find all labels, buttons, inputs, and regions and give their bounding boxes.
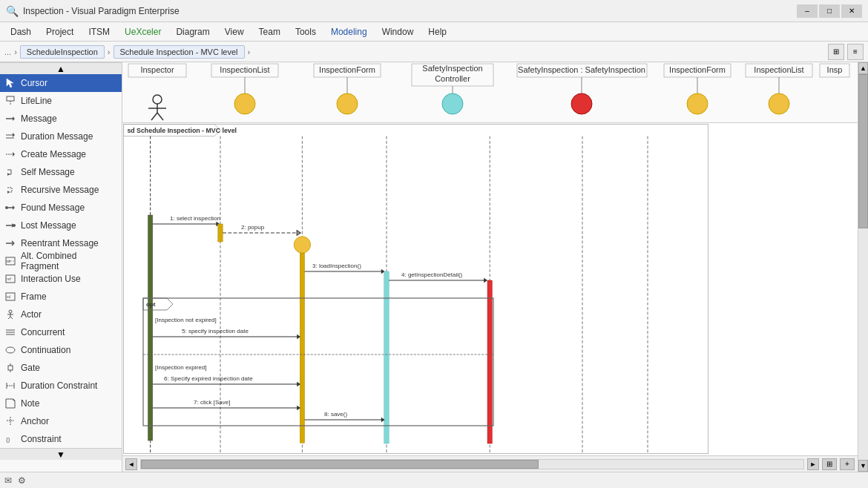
lifeline-header: Inspector InspectionList InspectionForm … [122,62,858,123]
horizontal-scrollbar-track[interactable] [140,459,804,469]
found-message-icon [4,202,16,214]
breadcrumb-item-2[interactable]: Schedule Inspection - MVC level [114,45,245,59]
svg-text:sd: sd [7,294,11,299]
svg-line-67 [157,113,163,120]
menu-project[interactable]: Project [39,25,81,39]
breadcrumb-icons: ⊞ ≡ [828,44,864,60]
svg-rect-90 [148,215,152,441]
breadcrumb-sep2: › [108,47,111,56]
settings-status-icon[interactable]: ⚙ [18,475,26,486]
scroll-down-btn[interactable]: ▼ [858,460,868,472]
menu-window[interactable]: Window [375,25,421,39]
menu-uexceler[interactable]: UeXceler [117,25,168,39]
right-scrollbar[interactable]: ▲ ▼ [858,62,868,472]
menu-help[interactable]: Help [421,25,454,39]
tool-recursive-message[interactable]: Recursive Message [0,181,122,199]
tool-duration-constraint[interactable]: Duration Constraint [0,377,122,395]
svg-text:InspectionForm: InspectionForm [669,65,726,74]
properties-icon-btn[interactable]: ≡ [847,44,864,60]
add-page-btn[interactable]: + [840,458,855,470]
tool-duration-message-label: Duration Message [21,131,93,142]
diagram-area: Inspector InspectionList InspectionForm … [122,62,858,472]
tool-constraint[interactable]: {} Constraint [0,430,122,448]
tool-reentrant-message[interactable]: Reentrant Message [0,234,122,252]
tool-reentrant-message-label: Reentrant Message [21,238,99,248]
tool-create-message[interactable]: Create Message [0,145,122,163]
scroll-right-btn[interactable]: ► [807,458,819,470]
breadcrumb-item-1[interactable]: ScheduleInspection [20,45,105,59]
svg-point-77 [687,93,708,114]
horizontal-scrollbar-thumb[interactable] [141,460,539,469]
svg-text:Inspector: Inspector [140,65,174,74]
svg-point-98 [294,237,310,253]
menubar: Dash Project ITSM UeXceler Diagram View … [0,22,868,42]
close-button[interactable]: ✕ [841,4,862,18]
tool-self-message-label: Self Message [21,167,75,177]
recursive-message-icon [4,184,16,196]
menu-view[interactable]: View [217,25,251,39]
svg-text:opt: opt [146,301,156,308]
lifeline-icon [4,95,16,107]
tool-note-label: Note [21,398,39,409]
email-status-icon[interactable]: ✉ [4,475,12,486]
svg-text:Controller: Controller [435,74,470,83]
vertical-scrollbar-track[interactable] [858,74,868,460]
scroll-up-btn[interactable]: ▲ [858,62,868,74]
tool-alt-combined[interactable]: alt Alt. Combined Fragment [0,252,122,270]
minimize-button[interactable]: – [797,4,818,18]
svg-point-71 [337,93,358,114]
tool-gate[interactable]: Gate [0,359,122,377]
svg-text:8: save(): 8: save() [324,411,347,418]
tool-self-message[interactable]: Self Message [0,163,122,181]
tool-found-message[interactable]: Found Message [0,199,122,217]
svg-rect-103 [384,271,389,444]
menu-itsm[interactable]: ITSM [81,25,117,39]
breadcrumb-nav[interactable]: ... [4,47,11,56]
menu-dash[interactable]: Dash [3,25,39,39]
tool-frame[interactable]: sd Frame [0,288,122,306]
tool-continuation[interactable]: Continuation [0,341,122,359]
svg-point-16 [13,224,16,227]
svg-text:5: specify inspection date: 5: specify inspection date [182,328,249,334]
menu-tools[interactable]: Tools [288,25,323,39]
bottom-scrollbar[interactable]: ◄ ► ⊞ + [122,455,858,472]
main-layout: ▲ Cursor LifeLine Message Duration Messa… [0,62,868,472]
svg-point-79 [769,93,789,114]
menu-team[interactable]: Team [251,25,288,39]
menu-modeling[interactable]: Modeling [323,25,375,39]
tool-duration-constraint-label: Duration Constraint [21,380,97,391]
panel-scroll-down[interactable]: ▼ [0,448,122,460]
panel-scroll-up[interactable]: ▲ [0,62,122,74]
tool-anchor[interactable]: Anchor [0,412,122,430]
zoom-to-fit-btn[interactable]: ⊞ [822,458,837,470]
maximize-button[interactable]: □ [819,4,840,18]
tool-concurrent[interactable]: Concurrent [0,323,122,341]
vertical-scrollbar-thumb[interactable] [858,74,868,228]
svg-point-75 [571,93,592,114]
menu-diagram[interactable]: Diagram [168,25,217,39]
tool-cursor[interactable]: Cursor [0,74,122,92]
create-message-icon [4,148,16,160]
tool-actor[interactable]: Actor [0,306,122,323]
svg-line-66 [151,113,157,120]
tool-duration-message[interactable]: Duration Message [0,128,122,145]
scroll-left-btn[interactable]: ◄ [125,458,137,470]
svg-rect-99 [300,253,304,443]
tool-note[interactable]: Note [0,395,122,412]
interaction-use-icon: ref [4,273,16,285]
tool-interaction-use[interactable]: ref Interaction Use [0,270,122,288]
tool-anchor-label: Anchor [21,416,49,426]
duration-message-icon [4,131,16,142]
tool-lost-message[interactable]: Lost Message [0,217,122,234]
titlebar: 🔍 Inspection - Visual Paradigm Enterpris… [0,0,868,22]
seq-canvas[interactable]: sd Schedule Inspection - MVC level [122,123,858,455]
tool-message[interactable]: Message [0,110,122,128]
lifeline-header-svg: Inspector InspectionList InspectionForm … [122,62,858,123]
anchor-icon [4,415,16,427]
diagram-icon-btn[interactable]: ⊞ [828,44,844,60]
svg-marker-10 [7,191,10,194]
tool-lifeline[interactable]: LifeLine [0,92,122,110]
tool-lost-message-label: Lost Message [21,220,76,231]
svg-text:3: loadInspection(): 3: loadInspection() [312,263,361,269]
breadcrumb-sep3: › [248,47,251,56]
